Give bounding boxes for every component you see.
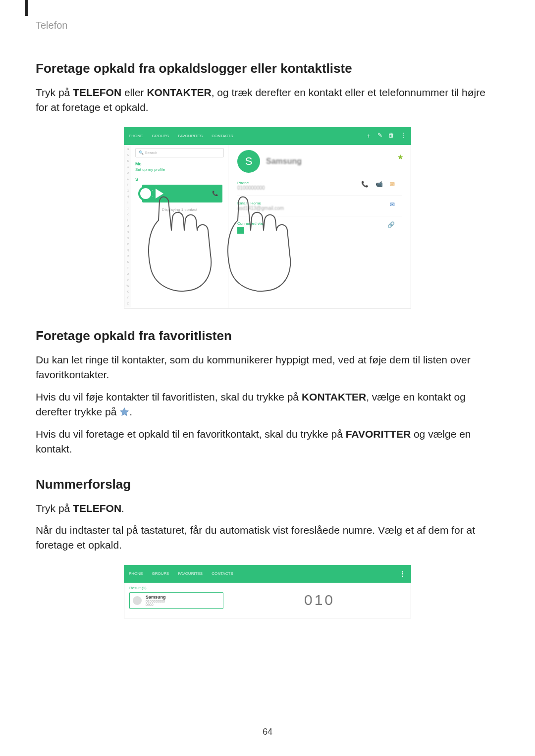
search-field: 🔍 Search [135, 148, 224, 157]
drag-indicator: 📞 [142, 185, 222, 202]
app-header: PHONE GROUPS FAVOURITES CONTACTS ＋ ✎ 🗑 ⋮ [124, 127, 411, 145]
tabs: PHONE GROUPS FAVOURITES CONTACTS [129, 134, 366, 138]
app-header: PHONE GROUPS FAVOURITES CONTACTS ⋮ [124, 565, 411, 583]
tab: GROUPS [152, 571, 169, 576]
alpha-letter: R [127, 254, 129, 257]
connected-label: Connected via [237, 221, 402, 226]
alpha-letter: E [127, 177, 129, 180]
header-icons: ＋ ✎ 🗑 ⋮ [366, 132, 406, 140]
figure-number-suggestion: PHONE GROUPS FAVOURITES CONTACTS ⋮ Resul… [124, 565, 411, 618]
svg-marker-0 [120, 408, 129, 416]
app-body: ★ABCDEFGHIJKLMNOPQRSTUVWXYZ 🔍 Search Me … [124, 145, 411, 308]
result-sub: 0900 [146, 603, 166, 606]
more-icon: ⋮ [400, 132, 406, 140]
phone-row-icons: 📞 📹 ✉ [361, 181, 395, 188]
alpha-letter: A [127, 153, 129, 156]
alpha-letter: U [127, 272, 129, 275]
tabs: PHONE GROUPS FAVOURITES CONTACTS [129, 571, 399, 576]
tab: CONTACTS [212, 134, 233, 138]
avatar: S [237, 150, 260, 173]
para-s2-1: Du kan let ringe til kontakter, som du k… [36, 353, 499, 383]
email-label: Email | Home [237, 201, 402, 205]
avatar [133, 596, 142, 605]
star-icon [119, 406, 129, 416]
label-kontakter: KONTAKTER [147, 87, 211, 98]
alpha-letter: X [127, 290, 129, 293]
divider [237, 196, 402, 196]
result-number: 0100000000 [146, 600, 166, 603]
para-s1: Tryk på TELEFON eller KONTAKTER, og træk… [36, 85, 499, 115]
arrow-right-icon [156, 189, 163, 199]
para-s3-2: Når du indtaster tal på tastaturet, får … [36, 523, 499, 553]
text: Tryk på [36, 87, 73, 98]
delete-icon: 🗑 [388, 132, 394, 140]
alpha-letter: S [127, 260, 129, 263]
video-icon: 📹 [375, 181, 383, 188]
result-text: Samsung 0100000000 0900 [146, 595, 166, 606]
alpha-letter: N [127, 231, 129, 234]
link-icon: 🔗 [387, 221, 395, 228]
list-content: 🔍 Search Me Set up my profile S 📞 Displa… [131, 145, 228, 215]
contact-list-pane: ★ABCDEFGHIJKLMNOPQRSTUVWXYZ 🔍 Search Me … [124, 145, 228, 308]
para-s3-1: Tryk på TELEFON. [36, 501, 499, 516]
text: Tryk på [36, 503, 73, 514]
alpha-letter: ★ [127, 147, 129, 151]
more-icon: ⋮ [399, 570, 406, 578]
result-card: Samsung 0100000000 0900 [129, 592, 223, 609]
alpha-letter: K [127, 213, 129, 216]
contact-avatar-outline [138, 186, 153, 201]
alpha-letter: B [127, 159, 129, 162]
result-pane: Result (1) Samsung 0100000000 0900 [124, 583, 228, 618]
connected-row-icons: 🔗 [387, 221, 395, 228]
result-name: Samsung [146, 595, 166, 600]
tab: PHONE [129, 134, 143, 138]
email-row-icons: ✉ [390, 201, 395, 208]
tab: GROUPS [152, 134, 169, 138]
breadcrumb: Telefon [36, 20, 499, 31]
edit-icon: ✎ [377, 132, 382, 140]
figure-drag-contact: PHONE GROUPS FAVOURITES CONTACTS ＋ ✎ 🗑 ⋮… [124, 127, 411, 308]
typed-number: 010 [228, 583, 411, 618]
alpha-letter: C [127, 165, 129, 168]
app-body: Result (1) Samsung 0100000000 0900 010 [124, 583, 411, 618]
header-rule [25, 0, 28, 16]
alpha-letter: O [127, 237, 129, 240]
para-s2-2: Hvis du vil føje kontakter til favoritli… [36, 390, 499, 420]
letter-header: S [135, 177, 224, 182]
alpha-letter: V [127, 278, 129, 281]
text: . [121, 503, 124, 514]
alpha-letter: Q [127, 249, 129, 252]
displaying-count: Displaying 1 contact [135, 207, 224, 212]
label-favoritter: FAVORITTER [346, 428, 411, 440]
email-value: asd1413@gmail.com [237, 205, 402, 211]
setup-profile: Set up my profile [135, 167, 224, 172]
label-telefon: TELEFON [73, 87, 121, 98]
tab: CONTACTS [212, 571, 233, 576]
phone-icon: 📞 [211, 189, 219, 198]
text: Hvis du vil foretage et opkald til en fa… [36, 428, 346, 440]
tab: PHONE [129, 571, 143, 576]
heading-favourites: Foretage opkald fra favoritlisten [36, 328, 499, 344]
alpha-letter: L [127, 219, 128, 222]
star-icon: ★ [397, 153, 404, 161]
email-icon: ✉ [390, 201, 395, 208]
text: Hvis du vil føje kontakter til favoritli… [36, 391, 302, 403]
alpha-letter: M [127, 225, 129, 228]
drag-row: 📞 [128, 185, 228, 202]
page-number: 64 [0, 727, 535, 737]
label-telefon: TELEFON [73, 503, 121, 514]
heading-call-from-log: Foretage opkald fra opkaldslogger eller … [36, 61, 499, 76]
text: eller [121, 87, 147, 98]
add-icon: ＋ [366, 132, 372, 140]
alpha-index: ★ABCDEFGHIJKLMNOPQRSTUVWXYZ [124, 145, 131, 308]
text: . [129, 406, 132, 417]
me-header: Me [135, 161, 224, 166]
alpha-letter: J [127, 207, 129, 210]
contact-name: Samsung [266, 157, 302, 166]
account-chip [237, 227, 244, 234]
call-icon: 📞 [361, 181, 369, 188]
label-kontakter: KONTAKTER [302, 391, 366, 403]
contact-header: S Samsung [237, 150, 402, 173]
alpha-letter: D [127, 171, 129, 174]
contact-detail-pane: ★ S Samsung Phone 0100000000 📞 📹 ✉ [228, 145, 411, 308]
